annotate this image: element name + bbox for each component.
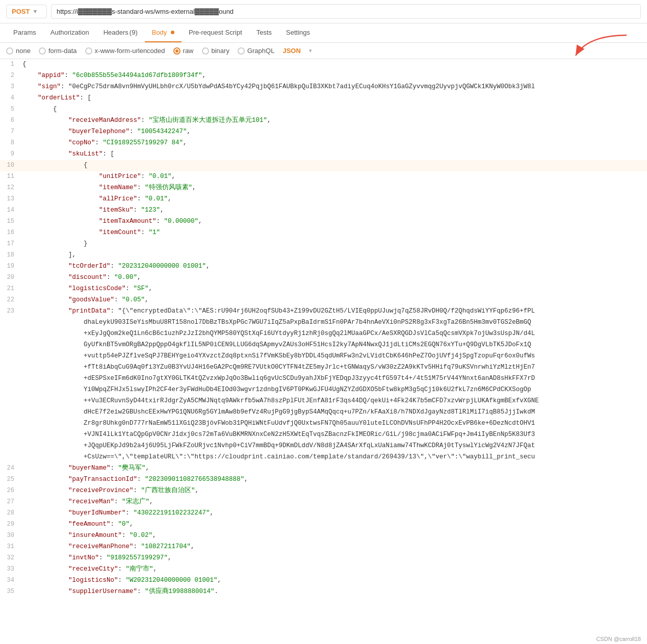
- tab-settings[interactable]: Settings: [279, 23, 317, 42]
- code-line: 25 "payTransactionId": "2023090110827665…: [0, 474, 647, 485]
- line-content: "orderList": [: [20, 93, 647, 103]
- line-content: "appid": "6c0b855b55e34494a1d67dfb1809f3…: [20, 70, 647, 81]
- code-line: +CsUzw==\",\"templateURL\":\"https://clo…: [0, 452, 647, 463]
- line-content: "unitPrice": "0.01",: [20, 171, 647, 182]
- line-number: [0, 373, 20, 374]
- tab-headers[interactable]: Headers(9): [96, 23, 145, 42]
- code-line: +VJNI4lLk1YtaCQpGpV0CNrJ1dxj0cs72mTa6VuB…: [0, 429, 647, 441]
- line-content: "itemCount": "1": [20, 227, 647, 238]
- method-label: POST: [12, 8, 30, 15]
- code-line: 6 "receiveManAddress": "宝塔山街道百米大道拆迁办五单元1…: [0, 115, 647, 126]
- code-line: 7 "buyerTelephone": "10054342247",: [0, 126, 647, 138]
- tab-tests[interactable]: Tests: [249, 23, 279, 42]
- line-content: +CsUzw==\",\"templateURL\":\"https://clo…: [20, 452, 647, 462]
- method-select[interactable]: POST ▾: [6, 5, 47, 18]
- code-line: 13 "allPrice": "0.01",: [0, 194, 647, 205]
- json-type-label[interactable]: JSON: [282, 47, 300, 55]
- line-content: +vuttp54ePJZflveSqPJ7BEHYgeio4YXvzctZdq8…: [20, 351, 647, 361]
- line-number: [0, 362, 20, 363]
- line-content: "receiveMan": "宋志广",: [20, 497, 647, 507]
- line-content: {: [20, 104, 647, 114]
- urlencoded-radio[interactable]: [85, 47, 92, 55]
- line-content: Yi0WpqZFHJx5lswyIPh2CF4er3yFWdHuDb4EIOd0…: [20, 384, 647, 395]
- form-data-radio[interactable]: [39, 47, 46, 55]
- line-content: "allPrice": "0.01",: [20, 194, 647, 204]
- line-content: {: [20, 160, 647, 170]
- line-number: 20: [0, 272, 20, 282]
- code-line: +JQqpUEKpJd9b2a4j6U95LjFWkFZoURjvc1Nvhp0…: [0, 441, 647, 452]
- tab-params[interactable]: Params: [6, 23, 43, 42]
- graphql-label: GraphQL: [247, 47, 274, 55]
- footer: CSDN @carroll18: [590, 634, 647, 637]
- line-content: Zr8gr8Uhkg0nD777rNaEmW51lXGiQ23BjövFWob3…: [20, 418, 647, 428]
- line-number: 34: [0, 575, 20, 585]
- form-data-option[interactable]: form-data: [39, 47, 77, 55]
- tab-body[interactable]: Body: [145, 23, 182, 42]
- line-number: 33: [0, 564, 20, 574]
- line-content: "receiveProvince": "广西壮族自治区",: [20, 485, 647, 496]
- url-input[interactable]: [51, 4, 641, 19]
- graphql-option[interactable]: GraphQL: [238, 47, 274, 55]
- graphql-radio[interactable]: [238, 47, 245, 55]
- line-content: "goodsValue": "0.05",: [20, 295, 647, 305]
- code-line: 26 "receiveProvince": "广西壮族自治区",: [0, 485, 647, 497]
- line-content: +fTt8iAbqCuG9Aq0fi3YZu0B3YvUJ4H16eGA2PcQ…: [20, 362, 647, 372]
- line-number: [0, 396, 20, 396]
- line-number: 30: [0, 530, 20, 540]
- code-line: 20 "discount": "0.00",: [0, 272, 647, 284]
- code-line: 34 "logisticsNo": "W202312040000000 0100…: [0, 575, 647, 586]
- code-line: 30 "insureAmount": "0.02",: [0, 530, 647, 542]
- line-number: [0, 418, 20, 419]
- none-radio[interactable]: [6, 47, 13, 55]
- line-number: 26: [0, 485, 20, 496]
- urlencoded-option[interactable]: x-www-form-urlencoded: [85, 47, 165, 55]
- raw-radio[interactable]: [173, 47, 180, 55]
- line-number: 2: [0, 70, 20, 81]
- code-line: 22 "goodsValue": "0.05",: [0, 295, 647, 306]
- tab-pre-request[interactable]: Pre-request Script: [182, 23, 249, 42]
- line-content: "itemTaxAmount": "0.00000",: [20, 216, 647, 226]
- code-line: 15 "itemTaxAmount": "0.00000",: [0, 216, 647, 227]
- code-line: 3 "sign": "0eCgPc75drmA8vn9HmVyUHLbh0rcX…: [0, 82, 647, 93]
- raw-option[interactable]: raw: [173, 47, 194, 55]
- code-editor[interactable]: 1{2 "appid": "6c0b855b55e34494a1d67dfb18…: [0, 59, 647, 637]
- line-number: 3: [0, 82, 20, 92]
- code-line: GyUfknBT5vmORgBA2ppQppO4gkflIL5NP0iCEN9L…: [0, 340, 647, 351]
- line-number: 7: [0, 126, 20, 137]
- line-number: [0, 441, 20, 441]
- binary-radio[interactable]: [202, 47, 209, 55]
- line-content: +dESPSxeIFm6dK0Ino7gtXY0GLTK4tQZvzxWpJqO…: [20, 373, 647, 383]
- line-content: "invtNo": "91892557199297",: [20, 553, 647, 563]
- line-content: "itemName": "特强仿风咳素",: [20, 183, 647, 193]
- line-number: 35: [0, 586, 20, 597]
- line-number: 5: [0, 104, 20, 114]
- line-content: +xEyJgQom2keQ1Ln6cB6c1uzhPzJzI2bhQYMP580…: [20, 328, 647, 339]
- form-data-label: form-data: [48, 47, 77, 55]
- line-content: "receiveCity": "南宁市",: [20, 564, 647, 574]
- line-number: 8: [0, 138, 20, 148]
- line-content: "logisticsNo": "W202312040000000 01001",: [20, 575, 647, 585]
- code-line: 29 "feeAmount": "0",: [0, 519, 647, 530]
- line-content: "skuList": [: [20, 149, 647, 159]
- code-line: dhaLeykU903ISeYisMbuU8RT158nol7DbBzTBsXp…: [0, 317, 647, 328]
- line-number: 28: [0, 508, 20, 518]
- none-option[interactable]: none: [6, 47, 31, 55]
- tab-authorization[interactable]: Authorization: [43, 23, 96, 42]
- line-number: 16: [0, 227, 20, 238]
- line-number: 1: [0, 59, 20, 69]
- line-content: "feeAmount": "0",: [20, 519, 647, 529]
- line-number: 25: [0, 474, 20, 484]
- code-line: 12 "itemName": "特强仿风咳素",: [0, 183, 647, 194]
- code-line: Yi0WpqZFHJx5lswyIPh2CF4er3yFWdHuDb4EIOd0…: [0, 384, 647, 396]
- line-number: [0, 340, 20, 340]
- code-line: 11 "unitPrice": "0.01",: [0, 171, 647, 183]
- line-number: 29: [0, 519, 20, 529]
- code-line: +dESPSxeIFm6dK0Ino7gtXY0GLTK4tQZvzxWpJqO…: [0, 373, 647, 384]
- json-chevron[interactable]: ▾: [309, 47, 312, 54]
- code-line: +xEyJgQom2keQ1Ln6cB6c1uzhPzJzI2bhQYMP580…: [0, 328, 647, 340]
- line-number: 13: [0, 194, 20, 204]
- raw-label: raw: [183, 47, 194, 55]
- binary-option[interactable]: binary: [202, 47, 229, 55]
- line-number: 24: [0, 463, 20, 473]
- line-number: 11: [0, 171, 20, 182]
